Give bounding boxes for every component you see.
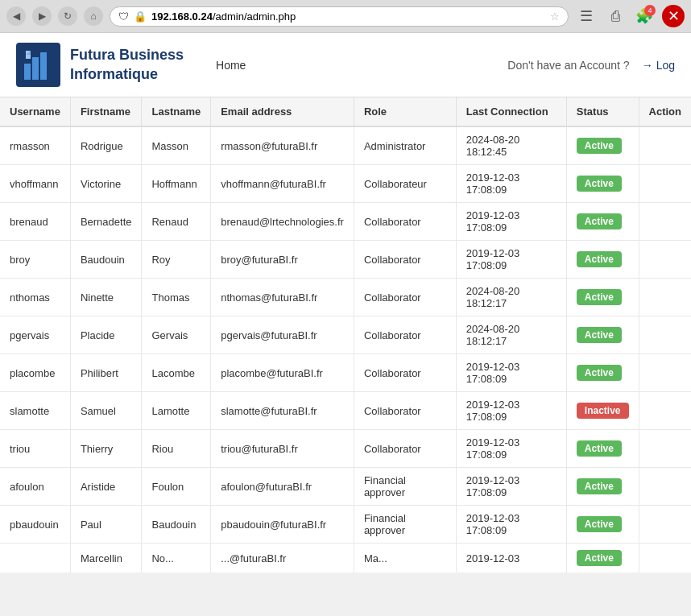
cell-last_connection: 2019-12-03 17:08:09 xyxy=(456,392,566,430)
cell-firstname: Ninette xyxy=(70,279,142,316)
cell-role: Ma... xyxy=(354,544,456,573)
address-bar[interactable]: 🛡 🔒 192.168.0.24/admin/admin.php ☆ xyxy=(110,6,569,27)
cell-action xyxy=(639,544,691,573)
home-button[interactable]: ⌂ xyxy=(84,6,103,26)
cell-email: placombe@futuraBI.fr xyxy=(211,354,354,392)
cell-status: Active xyxy=(566,506,639,544)
cell-last_connection: 2019-12-03 17:08:09 xyxy=(456,468,566,506)
cell-email: rmasson@futuraBI.fr xyxy=(211,126,354,165)
cell-username: pgervais xyxy=(0,316,70,354)
table-row: vhoffmannVictorineHoffmannvhoffmann@futu… xyxy=(0,165,691,203)
col-email: Email address xyxy=(211,97,354,126)
share-button[interactable]: ⎙ xyxy=(604,5,627,27)
header-right: Don't have an Account ? → Log xyxy=(507,59,675,72)
cell-email: ...@futuraBI.fr xyxy=(211,544,354,573)
login-button[interactable]: → Log xyxy=(642,59,675,72)
shield-icon: 🛡 xyxy=(118,10,129,23)
menu-button[interactable]: ✕ xyxy=(662,5,685,27)
cell-email: pbaudouin@futuraBI.fr xyxy=(211,506,354,544)
status-badge: Active xyxy=(577,365,622,381)
logo-line1: Futura Business xyxy=(70,46,184,64)
cell-role: Collaborator xyxy=(354,354,456,392)
col-action: Action xyxy=(639,97,691,126)
status-badge: Active xyxy=(577,478,622,494)
cell-role: Administrator xyxy=(354,126,456,165)
cell-lastname: Thomas xyxy=(142,279,211,316)
status-badge: Active xyxy=(577,176,622,192)
table-row: pgervaisPlacideGervaispgervais@futuraBI.… xyxy=(0,316,691,354)
status-badge: Active xyxy=(577,138,622,154)
cell-lastname: Lamotte xyxy=(142,392,211,430)
logo-line2: Informatique xyxy=(70,65,184,84)
cell-username: broy xyxy=(0,241,70,279)
pocket-button[interactable]: ☰ xyxy=(575,5,598,27)
status-badge: Active xyxy=(577,251,622,267)
table-row: afoulonAristideFoulonafoulon@futuraBI.fr… xyxy=(0,468,691,506)
cell-username: afoulon xyxy=(0,468,70,506)
col-last-connection: Last Connection xyxy=(456,97,566,126)
cell-email: broy@futuraBI.fr xyxy=(211,241,354,279)
cell-lastname: Hoffmann xyxy=(142,165,211,203)
cell-username: brenaud xyxy=(0,203,70,241)
cell-action xyxy=(639,354,691,392)
cell-action xyxy=(639,279,691,316)
cell-lastname: Foulon xyxy=(142,468,211,506)
cell-last_connection: 2024-08-20 18:12:17 xyxy=(456,279,566,316)
cell-action xyxy=(639,468,691,506)
table-row: slamotteSamuelLamotteslamotte@futuraBI.f… xyxy=(0,392,691,430)
svg-rect-2 xyxy=(40,52,47,80)
cell-action xyxy=(639,430,691,468)
star-icon[interactable]: ☆ xyxy=(550,10,560,23)
cell-firstname: Victorine xyxy=(70,165,142,203)
status-badge: Active xyxy=(577,327,622,343)
cell-username: slamotte xyxy=(0,392,70,430)
cell-status: Active xyxy=(566,241,639,279)
cell-status: Active xyxy=(566,316,639,354)
cell-action xyxy=(639,165,691,203)
forward-button[interactable]: ▶ xyxy=(32,6,52,26)
cell-email: triou@futuraBI.fr xyxy=(211,430,354,468)
logo-icon xyxy=(16,43,60,87)
cell-username: vhoffmann xyxy=(0,165,70,203)
status-badge: Inactive xyxy=(577,403,629,419)
browser-toolbar: ◀ ▶ ↻ ⌂ 🛡 🔒 192.168.0.24/admin/admin.php… xyxy=(0,0,691,32)
lock-icon: 🔒 xyxy=(134,10,147,23)
reload-button[interactable]: ↻ xyxy=(58,6,77,26)
cell-action xyxy=(639,392,691,430)
cell-username: triou xyxy=(0,430,70,468)
cell-last_connection: 2024-08-20 18:12:17 xyxy=(456,316,566,354)
browser-actions: ☰ ⎙ 🧩 4 ✕ xyxy=(575,5,685,27)
browser-chrome: ◀ ▶ ↻ ⌂ 🛡 🔒 192.168.0.24/admin/admin.php… xyxy=(0,0,691,33)
cell-lastname: Riou xyxy=(142,430,211,468)
cell-role: Collaborator xyxy=(354,316,456,354)
cell-status: Active xyxy=(566,468,639,506)
cell-action xyxy=(639,316,691,354)
cell-last_connection: 2019-12-03 17:08:09 xyxy=(456,165,566,203)
cell-last_connection: 2019-12-03 xyxy=(456,544,566,573)
address-path: /admin/admin.php xyxy=(213,10,296,23)
cell-email: brenaud@lrtechnologies.fr xyxy=(211,203,354,241)
cell-lastname: Renaud xyxy=(142,203,211,241)
back-button[interactable]: ◀ xyxy=(6,6,26,26)
cell-email: afoulon@futuraBI.fr xyxy=(211,468,354,506)
cell-status: Active xyxy=(566,354,639,392)
cell-status: Active xyxy=(566,126,639,165)
table-row: nthomasNinetteThomasnthomas@futuraBI.frC… xyxy=(0,279,691,316)
cell-email: nthomas@futuraBI.fr xyxy=(211,279,354,316)
cell-lastname: Gervais xyxy=(142,316,211,354)
cell-role: Collaborator xyxy=(354,392,456,430)
cell-firstname: Marcellin xyxy=(70,544,142,573)
col-status: Status xyxy=(566,97,639,126)
cell-role: Financial approver xyxy=(354,468,456,506)
no-account-text: Don't have an Account ? xyxy=(507,59,629,72)
svg-rect-1 xyxy=(32,57,39,80)
cell-last_connection: 2024-08-20 18:12:45 xyxy=(456,126,566,165)
cell-firstname: Thierry xyxy=(70,430,142,468)
table-row: placombePhilibertLacombeplacombe@futuraB… xyxy=(0,354,691,392)
cell-status: Active xyxy=(566,279,639,316)
nav-home-link[interactable]: Home xyxy=(216,59,246,72)
cell-username: pbaudouin xyxy=(0,506,70,544)
users-table: Username Firstname Lastname Email addres… xyxy=(0,97,691,573)
app-nav: Home xyxy=(216,59,246,72)
table-row: triouThierryRioutriou@futuraBI.frCollabo… xyxy=(0,430,691,468)
